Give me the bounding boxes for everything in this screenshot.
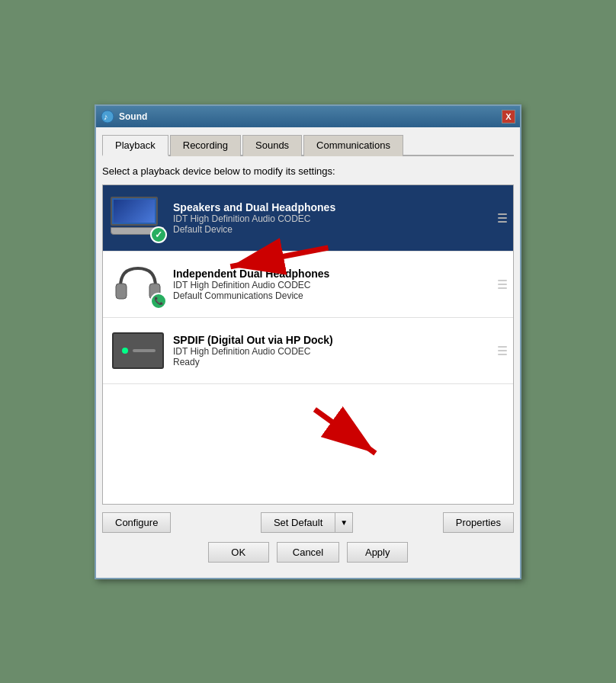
device-list[interactable]: ✓ Speakers and Dual Headphones IDT High …: [102, 184, 514, 505]
device-info-speakers: Speakers and Dual Headphones IDT High De…: [168, 201, 496, 235]
spdif-slot: [133, 349, 156, 352]
device-sub2-headphones: Default Communications Device: [173, 290, 496, 301]
tab-bar: Playback Recording Sounds Communications: [102, 133, 514, 156]
apply-button[interactable]: Apply: [347, 542, 408, 563]
scrollbar-indicator-3: [496, 343, 509, 358]
device-sub2-spdif: Ready: [173, 357, 496, 367]
tab-sounds[interactable]: Sounds: [242, 135, 302, 156]
device-item-headphones[interactable]: 📞 Independent Dual Headphones IDT High D…: [103, 252, 513, 318]
spdif-device-wrap: [112, 332, 164, 369]
sound-dialog: ♪ Sound X Playback Recording Sounds Comm…: [95, 104, 521, 579]
device-item-speakers[interactable]: ✓ Speakers and Dual Headphones IDT High …: [103, 185, 513, 252]
device-info-headphones: Independent Dual Headphones IDT High Def…: [168, 268, 496, 301]
title-bar: ♪ Sound X: [96, 106, 520, 127]
properties-button[interactable]: Properties: [443, 512, 514, 533]
device-name-speakers: Speakers and Dual Headphones: [173, 201, 496, 213]
default-comms-badge: 📞: [150, 293, 167, 309]
device-sub1-headphones: IDT High Definition Audio CODEC: [173, 280, 496, 290]
set-default-button[interactable]: Set Default: [261, 512, 335, 533]
device-info-spdif: SPDIF (Digital Out via HP Dock) IDT High…: [168, 334, 496, 367]
svg-text:♪: ♪: [104, 112, 108, 121]
laptop-screen: [111, 197, 158, 226]
laptop-screen-inner: [114, 200, 155, 223]
cancel-button[interactable]: Cancel: [277, 542, 339, 563]
tab-recording[interactable]: Recording: [170, 135, 241, 156]
window-title: Sound: [119, 111, 147, 122]
svg-rect-2: [116, 284, 127, 299]
device-sub2-speakers: Default Device: [173, 224, 496, 235]
device-icon-spdif: [107, 324, 168, 377]
set-default-wrap: Set Default ▼: [261, 512, 353, 533]
set-default-dropdown[interactable]: ▼: [335, 512, 353, 533]
close-button[interactable]: X: [502, 110, 515, 123]
device-icon-headphones: 📞: [107, 258, 168, 311]
device-item-spdif[interactable]: SPDIF (Digital Out via HP Dock) IDT High…: [103, 318, 513, 384]
ok-button[interactable]: OK: [208, 542, 269, 563]
description-text: Select a playback device below to modify…: [102, 165, 514, 177]
bottom-actions: OK Cancel Apply: [102, 542, 514, 572]
device-name-headphones: Independent Dual Headphones: [173, 268, 496, 280]
scrollbar-indicator-2: [496, 277, 509, 292]
device-icon-speakers: ✓: [107, 191, 168, 245]
bottom-buttons: Configure Set Default ▼ Properties: [102, 512, 514, 533]
device-sub1-spdif: IDT High Definition Audio CODEC: [173, 346, 496, 357]
default-check-badge: ✓: [150, 226, 167, 243]
spdif-led: [122, 348, 128, 354]
title-bar-left: ♪ Sound: [101, 110, 147, 123]
tab-communications[interactable]: Communications: [303, 135, 403, 156]
configure-button[interactable]: Configure: [102, 512, 171, 533]
window-body: Playback Recording Sounds Communications…: [96, 127, 520, 578]
spdif-device-icon: [112, 332, 164, 369]
device-name-spdif: SPDIF (Digital Out via HP Dock): [173, 334, 496, 346]
tab-playback[interactable]: Playback: [102, 135, 168, 156]
device-list-container: ✓ Speakers and Dual Headphones IDT High …: [102, 184, 514, 505]
scrollbar-indicator-1: [496, 210, 509, 226]
device-sub1-speakers: IDT High Definition Audio CODEC: [173, 213, 496, 224]
sound-icon: ♪: [101, 110, 114, 123]
